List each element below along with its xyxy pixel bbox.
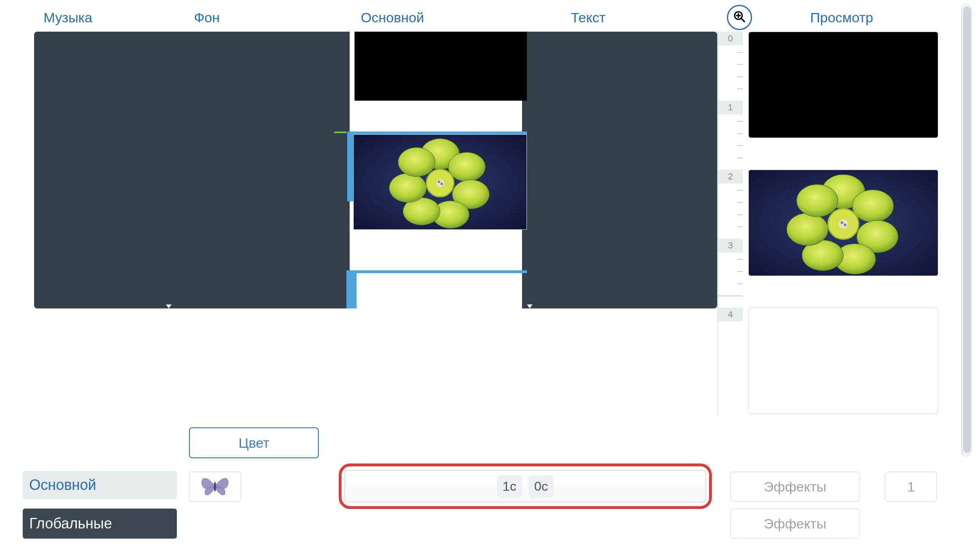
canvas-expand-left-icon[interactable] bbox=[166, 304, 172, 308]
thumb-2[interactable] bbox=[748, 170, 938, 276]
svg-point-26 bbox=[840, 221, 843, 224]
thumb-3[interactable] bbox=[748, 308, 938, 414]
thumb-1[interactable] bbox=[748, 32, 938, 138]
tab-background[interactable]: Фон bbox=[138, 6, 276, 29]
zoom-in-button[interactable] bbox=[727, 5, 752, 30]
canvas-expand-right-icon[interactable] bbox=[527, 304, 533, 308]
effects-count: 1 bbox=[885, 472, 937, 502]
tab-text[interactable]: Текст bbox=[513, 6, 663, 29]
svg-point-13 bbox=[436, 179, 444, 187]
effects-button-2[interactable]: Эффекты bbox=[730, 509, 860, 539]
scrollbar-thumb[interactable] bbox=[963, 6, 971, 453]
time-out-chip[interactable]: 0с bbox=[529, 475, 554, 497]
slide-1-black[interactable] bbox=[355, 32, 527, 101]
svg-point-15 bbox=[441, 183, 443, 185]
time-in-chip[interactable]: 1с bbox=[497, 475, 522, 497]
zoom-in-icon bbox=[733, 10, 746, 25]
time-ruler: 0 1 2 3 4 bbox=[718, 32, 743, 415]
canvas-area bbox=[34, 32, 718, 308]
butterfly-icon bbox=[200, 474, 230, 499]
svg-point-28 bbox=[214, 482, 216, 492]
tab-preview[interactable]: Просмотр bbox=[736, 6, 947, 29]
effect-thumb-butterfly[interactable] bbox=[189, 472, 241, 502]
vertical-scrollbar[interactable] bbox=[961, 3, 972, 457]
plant-image bbox=[354, 135, 527, 229]
slide-2-plant[interactable] bbox=[353, 134, 527, 230]
plant-image-thumb bbox=[749, 170, 938, 276]
svg-point-6 bbox=[448, 152, 486, 181]
svg-point-23 bbox=[797, 184, 838, 217]
effects-button-1[interactable]: Эффекты bbox=[730, 472, 860, 502]
slide-divider-mid bbox=[347, 132, 527, 134]
ruler-label-1: 1 bbox=[718, 101, 743, 114]
slide-handle-2[interactable] bbox=[346, 270, 357, 308]
svg-point-11 bbox=[398, 147, 435, 177]
slide-marker bbox=[334, 132, 346, 133]
top-tabs: Музыка Фон Основной Текст Просмотр bbox=[0, 6, 980, 29]
ruler-label-3: 3 bbox=[718, 239, 743, 252]
svg-point-18 bbox=[852, 190, 894, 222]
ruler-label-2: 2 bbox=[718, 170, 743, 183]
ruler-label-0: 0 bbox=[718, 32, 743, 45]
svg-point-22 bbox=[787, 213, 828, 246]
svg-point-25 bbox=[839, 220, 848, 229]
color-button[interactable]: Цвет bbox=[189, 427, 319, 458]
slide-divider-low bbox=[346, 270, 527, 273]
canvas-band-right bbox=[522, 32, 717, 308]
svg-point-14 bbox=[438, 181, 440, 183]
tab-main[interactable]: Основной bbox=[310, 6, 475, 29]
transition-time-highlight: 1с 0с bbox=[339, 464, 712, 509]
transition-time-control[interactable]: 1с 0с bbox=[344, 470, 706, 502]
tab-music[interactable]: Музыка bbox=[0, 6, 136, 29]
svg-point-10 bbox=[389, 173, 427, 203]
svg-point-27 bbox=[844, 224, 847, 226]
svg-line-1 bbox=[741, 18, 744, 22]
ruler-label-4: 4 bbox=[718, 308, 743, 321]
layer-main-button[interactable]: Основной bbox=[23, 471, 177, 499]
canvas-band-left bbox=[34, 32, 350, 308]
layer-global-button[interactable]: Глобальные bbox=[23, 509, 177, 539]
